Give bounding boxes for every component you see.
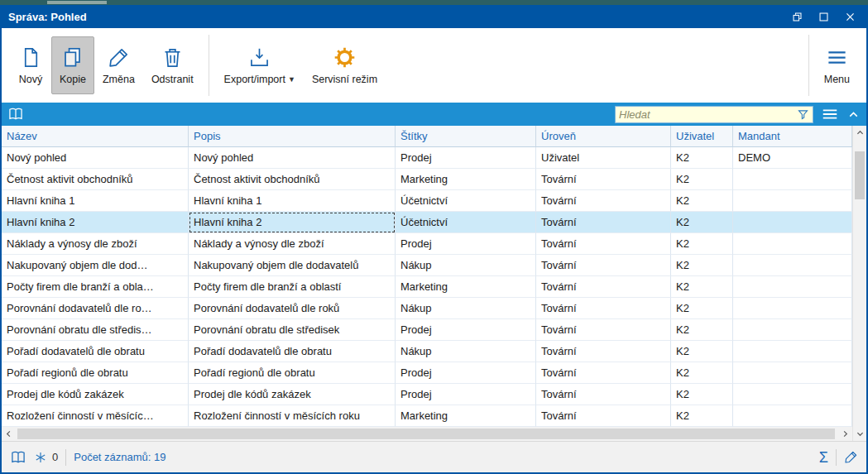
menu-button[interactable]: Menu: [816, 36, 858, 94]
table-cell[interactable]: Uživatel: [536, 147, 671, 169]
table-cell[interactable]: Tovární: [536, 169, 671, 190]
table-row[interactable]: Počty firem dle branží a obla…Počty fire…: [2, 276, 852, 298]
table-cell[interactable]: [733, 341, 852, 362]
table-cell[interactable]: Tovární: [536, 362, 671, 384]
restore-window-button[interactable]: [790, 10, 803, 23]
table-cell[interactable]: Prodej: [396, 233, 536, 255]
column-header[interactable]: Uživatel: [671, 126, 733, 147]
vertical-scroll-thumb[interactable]: [855, 151, 865, 199]
collapse-chevron-up-icon[interactable]: [846, 108, 861, 122]
table-cell[interactable]: K2: [671, 169, 733, 190]
snowflake-icon[interactable]: [34, 451, 47, 464]
funnel-icon[interactable]: [797, 108, 809, 121]
table-cell[interactable]: Prodej: [396, 384, 536, 405]
table-cell[interactable]: Prodej dle kódů zakázek: [2, 384, 189, 405]
table-cell[interactable]: K2: [671, 233, 733, 255]
table-row[interactable]: Prodej dle kódů zakázekProdej dle kódů z…: [2, 384, 852, 405]
table-cell[interactable]: Pořadí dodavatelů dle obratu: [2, 341, 189, 362]
table-cell[interactable]: Rozložení činností v měsících roku: [189, 405, 396, 427]
table-cell[interactable]: Marketing: [396, 405, 536, 427]
table-row[interactable]: Hlavní kniha 2Hlavní kniha 2ÚčetnictvíTo…: [2, 212, 852, 233]
table-cell[interactable]: Porovnání dodavatelů dle ro…: [2, 298, 189, 319]
table-cell[interactable]: Pořadí dodavatelů dle obratu: [189, 341, 396, 362]
change-button[interactable]: Změna: [94, 36, 143, 94]
table-cell[interactable]: Porovnání dodavatelů dle roků: [189, 298, 396, 319]
table-cell[interactable]: Prodej: [396, 362, 536, 384]
table-cell[interactable]: Porovnání obratu dle středisek: [189, 319, 396, 341]
book-icon[interactable]: [7, 106, 24, 122]
table-cell[interactable]: Nakupovaný objem dle dodavatelů: [189, 255, 396, 276]
close-window-button[interactable]: [843, 10, 856, 23]
column-header[interactable]: Mandant: [733, 126, 852, 147]
table-cell[interactable]: [733, 319, 852, 341]
table-cell[interactable]: K2: [671, 362, 733, 384]
table-cell[interactable]: [733, 255, 852, 276]
sum-sigma-icon[interactable]: Σ: [819, 450, 828, 465]
table-cell[interactable]: Tovární: [536, 276, 671, 298]
column-header[interactable]: Úroveň: [536, 126, 671, 147]
table-row[interactable]: Náklady a výnosy dle zbožíNáklady a výno…: [2, 233, 852, 255]
table-row[interactable]: Porovnání obratu dle středis…Porovnání o…: [2, 319, 852, 341]
table-cell[interactable]: Účetnictví: [396, 212, 536, 233]
vertical-scroll-track[interactable]: [853, 140, 866, 427]
table-row[interactable]: Nový pohledNový pohledProdejUživatelK2DE…: [2, 147, 852, 169]
table-row[interactable]: Pořadí dodavatelů dle obratuPořadí dodav…: [2, 341, 852, 362]
table-cell[interactable]: Prodej: [396, 147, 536, 169]
delete-button[interactable]: Odstranit: [143, 36, 202, 94]
table-row[interactable]: Četnost aktivit obchodníkůČetnost aktivi…: [2, 169, 852, 190]
scroll-down-arrow-icon[interactable]: [853, 427, 866, 441]
scroll-right-arrow-icon[interactable]: [838, 427, 852, 441]
table-cell[interactable]: Nakupovaný objem dle dod…: [2, 255, 189, 276]
table-cell[interactable]: Četnost aktivit obchodníků: [2, 169, 189, 190]
table-cell[interactable]: Tovární: [536, 319, 671, 341]
table-cell[interactable]: [733, 276, 852, 298]
table-cell[interactable]: K2: [671, 255, 733, 276]
table-cell[interactable]: DEMO: [733, 147, 852, 169]
table-cell[interactable]: Počty firem dle branží a oblastí: [189, 276, 396, 298]
table-cell[interactable]: Hlavní kniha 1: [2, 190, 189, 212]
table-cell[interactable]: K2: [671, 319, 733, 341]
vertical-scrollbar[interactable]: [852, 126, 866, 441]
table-cell[interactable]: K2: [671, 341, 733, 362]
table-cell[interactable]: Hlavní kniha 2: [2, 212, 189, 233]
table-cell[interactable]: K2: [671, 405, 733, 427]
table-row[interactable]: Porovnání dodavatelů dle ro…Porovnání do…: [2, 298, 852, 319]
table-cell[interactable]: Prodej dle kódů zakázek: [189, 384, 396, 405]
table-cell[interactable]: Četnost aktivit obchodníků: [189, 169, 396, 190]
table-cell[interactable]: Tovární: [536, 298, 671, 319]
table-cell[interactable]: Počty firem dle branží a obla…: [2, 276, 189, 298]
table-cell[interactable]: Pořadí regionů dle obratu: [189, 362, 396, 384]
table-cell[interactable]: Rozložení činností v měsícíc…: [2, 405, 189, 427]
table-cell[interactable]: Náklady a výnosy dle zboží: [2, 233, 189, 255]
column-header[interactable]: Štítky: [396, 126, 536, 147]
new-button[interactable]: Nový: [10, 36, 51, 94]
title-bar[interactable]: Správa: Pohled: [2, 5, 866, 28]
table-row[interactable]: Hlavní kniha 1Hlavní kniha 1ÚčetnictvíTo…: [2, 190, 852, 212]
table-cell[interactable]: [733, 169, 852, 190]
search-input[interactable]: [619, 108, 797, 121]
table-cell[interactable]: K2: [671, 384, 733, 405]
horizontal-scroll-thumb[interactable]: [17, 429, 835, 439]
table-cell[interactable]: Tovární: [536, 190, 671, 212]
table-cell[interactable]: Porovnání obratu dle středis…: [2, 319, 189, 341]
column-header[interactable]: Název: [2, 126, 189, 147]
table-cell[interactable]: K2: [671, 276, 733, 298]
table-cell[interactable]: [733, 233, 852, 255]
export-import-button[interactable]: Export/import ▼: [216, 36, 304, 94]
table-cell[interactable]: K2: [671, 190, 733, 212]
book-icon[interactable]: [10, 449, 26, 466]
table-cell[interactable]: Nový pohled: [2, 147, 189, 169]
table-cell[interactable]: Nákup: [396, 341, 536, 362]
table-cell[interactable]: Marketing: [396, 169, 536, 190]
table-cell[interactable]: [733, 384, 852, 405]
table-cell[interactable]: Tovární: [536, 341, 671, 362]
table-cell[interactable]: Tovární: [536, 384, 671, 405]
table-cell[interactable]: [733, 190, 852, 212]
horizontal-scroll-track[interactable]: [16, 427, 838, 441]
table-cell[interactable]: Marketing: [396, 276, 536, 298]
scroll-left-arrow-icon[interactable]: [2, 427, 16, 441]
table-cell[interactable]: Hlavní kniha 1: [189, 190, 396, 212]
service-mode-button[interactable]: Servisní režim: [304, 36, 386, 94]
table-cell[interactable]: [733, 362, 852, 384]
table-cell[interactable]: K2: [671, 212, 733, 233]
